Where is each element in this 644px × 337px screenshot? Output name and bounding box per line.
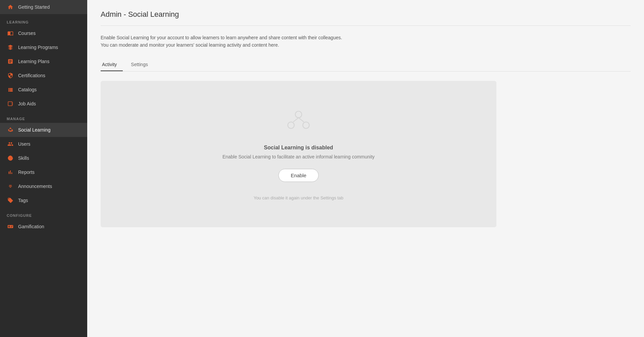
sidebar-item-job-aids[interactable]: Job Aids	[0, 97, 87, 111]
sidebar-item-label: Announcements	[18, 184, 52, 189]
announcements-icon	[7, 183, 14, 190]
sidebar-item-tags[interactable]: Tags	[0, 193, 87, 207]
job-aids-icon	[7, 100, 14, 107]
description-line-2: You can moderate and monitor your learne…	[101, 42, 279, 48]
svg-line-6	[293, 117, 299, 122]
certifications-icon	[7, 72, 14, 79]
social-learning-icon	[7, 126, 14, 134]
learning-plans-icon	[7, 58, 14, 65]
page-divider	[101, 26, 631, 26]
sidebar-item-label: Catalogs	[18, 87, 37, 92]
sidebar-item-courses[interactable]: Courses	[0, 26, 87, 40]
sidebar-section-learning: LEARNING	[0, 14, 87, 26]
sidebar-item-announcements[interactable]: Announcements	[0, 179, 87, 193]
settings-hint: You can disable it again under the Setti…	[254, 195, 343, 200]
page-description: Enable Social Learning for your account …	[101, 34, 402, 49]
sidebar-item-catalogs[interactable]: Catalogs	[0, 83, 87, 97]
sidebar-item-learning-programs[interactable]: Learning Programs	[0, 40, 87, 54]
catalogs-icon	[7, 86, 14, 93]
svg-point-2	[11, 129, 13, 131]
home-icon	[7, 3, 14, 11]
svg-line-7	[299, 117, 304, 122]
sidebar-item-label: Job Aids	[18, 101, 36, 106]
sidebar-item-label: Reports	[18, 170, 35, 175]
sidebar-item-skills[interactable]: Skills	[0, 151, 87, 165]
sidebar-item-label: Learning Plans	[18, 59, 49, 64]
page-title: Admin - Social Learning	[101, 10, 631, 19]
svg-point-5	[303, 122, 309, 128]
tags-icon	[7, 197, 14, 204]
social-learning-disabled-icon	[285, 108, 312, 135]
svg-point-1	[8, 129, 9, 131]
sidebar-item-label: Skills	[18, 155, 29, 161]
sidebar-item-social-learning[interactable]: Social Learning	[0, 123, 87, 137]
sidebar-section-configure: CONFIGURE	[0, 207, 87, 220]
learning-programs-icon	[7, 44, 14, 51]
reports-icon	[7, 168, 14, 176]
enable-button[interactable]: Enable	[278, 169, 319, 182]
sidebar: Getting Started LEARNING Courses Learnin…	[0, 0, 87, 337]
sidebar-item-certifications[interactable]: Certifications	[0, 68, 87, 83]
sidebar-item-label: Users	[18, 141, 31, 147]
sidebar-item-learning-plans[interactable]: Learning Plans	[0, 54, 87, 68]
gamification-icon	[7, 223, 14, 230]
disabled-subtitle: Enable Social Learning to facilitate an …	[222, 154, 375, 159]
svg-point-3	[295, 111, 302, 117]
disabled-title: Social Learning is disabled	[264, 145, 333, 151]
tabs-container: Activity Settings	[101, 58, 631, 71]
users-icon	[7, 140, 14, 148]
sidebar-item-label: Social Learning	[18, 127, 51, 133]
sidebar-item-gamification[interactable]: Gamification	[0, 220, 87, 234]
sidebar-section-manage: MANAGE	[0, 111, 87, 123]
sidebar-item-label: Certifications	[18, 73, 45, 78]
skills-icon	[7, 154, 14, 162]
sidebar-item-reports[interactable]: Reports	[0, 165, 87, 179]
sidebar-item-label: Gamification	[18, 224, 44, 229]
sidebar-item-label: Tags	[18, 198, 28, 203]
tab-settings[interactable]: Settings	[129, 58, 154, 71]
main-content: Admin - Social Learning Enable Social Le…	[87, 0, 644, 337]
svg-point-4	[288, 122, 294, 128]
sidebar-item-users[interactable]: Users	[0, 137, 87, 151]
sidebar-item-getting-started[interactable]: Getting Started	[0, 0, 87, 14]
sidebar-item-label: Courses	[18, 31, 36, 36]
description-line-1: Enable Social Learning for your account …	[101, 35, 342, 40]
sidebar-item-label: Getting Started	[18, 4, 50, 10]
sidebar-item-label: Learning Programs	[18, 45, 58, 50]
courses-icon	[7, 30, 14, 37]
tab-activity[interactable]: Activity	[101, 58, 123, 71]
disabled-state-card: Social Learning is disabled Enable Socia…	[101, 81, 496, 227]
